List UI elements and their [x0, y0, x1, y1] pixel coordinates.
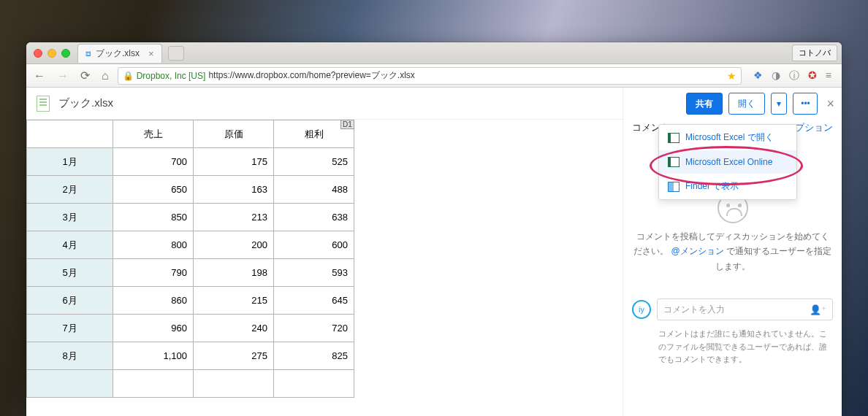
- close-panel-icon[interactable]: ×: [826, 96, 834, 112]
- dropdown-item-label: Microsoft Excel Online: [685, 157, 772, 167]
- reload-button[interactable]: ⟳: [77, 67, 93, 84]
- comment-input[interactable]: コメントを入力 👤⁺: [657, 298, 833, 320]
- row-header: 7月: [27, 315, 113, 342]
- data-cell: 175: [194, 148, 274, 176]
- data-cell: 525: [274, 148, 354, 176]
- corner-cell: [27, 120, 113, 148]
- open-with-dropdown: Microsoft Excel で開く Microsoft Excel Onli…: [658, 124, 797, 200]
- avatar: iy: [632, 300, 651, 319]
- data-cell: [194, 370, 274, 398]
- home-button[interactable]: ⌂: [99, 68, 112, 84]
- row-header: 2月: [27, 176, 113, 204]
- data-cell: 638: [274, 204, 354, 231]
- data-cell: 645: [274, 287, 354, 315]
- extension-icon[interactable]: ❖: [753, 69, 763, 82]
- dropbox-icon: ⧈: [85, 48, 91, 58]
- open-button[interactable]: 開く: [728, 93, 765, 115]
- share-button[interactable]: 共有: [686, 93, 723, 115]
- data-cell: 825: [274, 342, 354, 370]
- table-row: 3月850213638: [27, 204, 354, 231]
- data-cell: 800: [113, 231, 194, 259]
- maximize-window-button[interactable]: [61, 49, 70, 58]
- open-dropdown-button[interactable]: ▾: [771, 93, 787, 115]
- open-excel-online-item[interactable]: Microsoft Excel Online: [659, 150, 796, 174]
- side-panel: 共有 開く ▾ ••• × コメント プション Microsoft Excel …: [623, 88, 842, 416]
- data-cell: 593: [274, 259, 354, 287]
- browser-tab[interactable]: ⧈ ブック.xlsx ×: [77, 44, 162, 63]
- spreadsheet-preview[interactable]: D1 売上 原価 粗利 1月700175525 2月650163488 3月85…: [26, 120, 623, 398]
- data-table: 売上 原価 粗利 1月700175525 2月650163488 3月85021…: [26, 120, 354, 398]
- data-cell: 488: [274, 176, 354, 204]
- menu-icon[interactable]: ≡: [826, 69, 831, 82]
- file-name: ブック.xlsx: [58, 96, 113, 110]
- tab-close-icon[interactable]: ×: [148, 48, 154, 59]
- data-cell: [274, 370, 354, 398]
- show-in-finder-item[interactable]: Finder で表示: [659, 174, 796, 199]
- back-button[interactable]: ←: [31, 68, 48, 84]
- data-cell: 200: [194, 231, 274, 259]
- data-cell: 960: [113, 315, 194, 342]
- forward-button[interactable]: →: [54, 68, 72, 84]
- table-row: [27, 370, 354, 398]
- data-cell: 600: [274, 231, 354, 259]
- row-header: 6月: [27, 287, 113, 315]
- row-header: [27, 370, 113, 398]
- dropdown-item-label: Finder で表示: [685, 180, 739, 193]
- data-cell: 860: [113, 287, 194, 315]
- extension-icon[interactable]: ✪: [808, 69, 817, 82]
- data-cell: 213: [194, 204, 274, 231]
- main-preview-area: ブック.xlsx D1 売上 原価 粗利 1月700175525 2月65016…: [26, 88, 623, 416]
- tab-title: ブック.xlsx: [96, 47, 140, 60]
- data-cell: 650: [113, 176, 194, 204]
- page-content: ブック.xlsx D1 売上 原価 粗利 1月700175525 2月65016…: [26, 88, 842, 416]
- table-row: 8月1,100275825: [27, 342, 354, 370]
- row-header: 4月: [27, 231, 113, 259]
- row-header: 1月: [27, 148, 113, 176]
- url-text: https://www.dropbox.com/home?preview=ブック…: [208, 69, 414, 82]
- header-row: 売上 原価 粗利: [27, 120, 354, 148]
- side-toolbar: 共有 開く ▾ ••• ×: [623, 88, 842, 120]
- finder-icon: [668, 182, 679, 192]
- comments-note: コメントはまだ誰にも通知されていません。このファイルを閲覧できるユーザーであれば…: [623, 325, 842, 377]
- dropdown-item-label: Microsoft Excel で開く: [685, 131, 774, 144]
- excel-icon: [668, 133, 679, 143]
- excel-icon: [668, 157, 679, 167]
- extension-icons: ❖ ◑ ⓘ ✪ ≡: [747, 69, 837, 82]
- extension-icon[interactable]: ◑: [772, 69, 780, 82]
- minimize-window-button[interactable]: [47, 49, 56, 58]
- browser-navbar: ← → ⟳ ⌂ 🔒 Dropbox, Inc [US] https://www.…: [26, 64, 842, 88]
- open-excel-item[interactable]: Microsoft Excel で開く: [659, 125, 796, 150]
- address-bar[interactable]: 🔒 Dropbox, Inc [US] https://www.dropbox.…: [118, 67, 742, 85]
- file-header: ブック.xlsx: [26, 88, 623, 120]
- table-row: 1月700175525: [27, 148, 354, 176]
- column-header: 売上: [113, 120, 194, 148]
- bookmark-icon[interactable]: ★: [727, 70, 736, 82]
- data-cell: [113, 370, 194, 398]
- comment-placeholder: コメントを入力: [663, 304, 725, 316]
- more-actions-button[interactable]: •••: [793, 93, 818, 115]
- add-user-icon[interactable]: 👤⁺: [810, 304, 826, 315]
- close-window-button[interactable]: [34, 49, 42, 58]
- table-row: 7月960240720: [27, 315, 354, 342]
- mention-link[interactable]: @メンション: [671, 246, 723, 256]
- column-header: 原価: [194, 120, 274, 148]
- data-cell: 720: [274, 315, 354, 342]
- data-cell: 275: [194, 342, 274, 370]
- row-header: 3月: [27, 204, 113, 231]
- tab-options[interactable]: プション: [795, 121, 833, 134]
- data-cell: 198: [194, 259, 274, 287]
- data-cell: 215: [194, 287, 274, 315]
- lock-icon: 🔒: [123, 71, 134, 81]
- browser-window: ⧈ ブック.xlsx × コトノバ ← → ⟳ ⌂ 🔒 Dropbox, Inc…: [26, 42, 842, 416]
- row-header: 8月: [27, 342, 113, 370]
- table-row: 4月800200600: [27, 231, 354, 259]
- data-cell: 700: [113, 148, 194, 176]
- extension-icon[interactable]: ⓘ: [789, 69, 799, 82]
- comment-input-row: iy コメントを入力 👤⁺: [632, 298, 833, 320]
- data-cell: 240: [194, 315, 274, 342]
- browser-tabbar: ⧈ ブック.xlsx × コトノバ: [26, 42, 842, 64]
- data-cell: 1,100: [113, 342, 194, 370]
- ev-certificate-label: Dropbox, Inc [US]: [137, 71, 206, 81]
- profile-button[interactable]: コトノバ: [792, 45, 837, 61]
- new-tab-button[interactable]: [168, 46, 184, 61]
